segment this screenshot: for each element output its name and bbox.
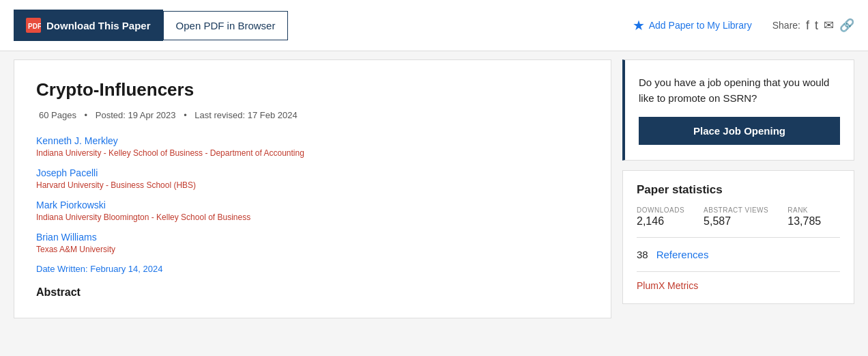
share-section: Share: f t ✉ 🔗 xyxy=(772,18,854,33)
meta-dot2: • xyxy=(184,110,189,120)
author-name-1[interactable]: Kenneth J. Merkley xyxy=(36,135,589,146)
pdf-icon: PDF xyxy=(26,18,41,33)
email-share-icon[interactable]: ✉ xyxy=(824,18,834,33)
author-affiliation-4: Texas A&M University xyxy=(36,245,589,254)
paper-meta: 60 Pages • Posted: 19 Apr 2023 • Last re… xyxy=(36,110,589,120)
facebook-share-icon[interactable]: f xyxy=(806,18,809,33)
author-3: Mark Piorkowski Indiana University Bloom… xyxy=(36,200,589,222)
author-1: Kenneth J. Merkley Indiana University - … xyxy=(36,135,589,158)
rank-value: 13,785 xyxy=(787,215,821,228)
author-affiliation-1: Indiana University - Kelley School of Bu… xyxy=(36,148,589,158)
link-share-icon[interactable]: 🔗 xyxy=(839,18,854,33)
date-written: Date Written: February 14, 2024 xyxy=(36,264,589,274)
references-link[interactable]: References xyxy=(656,249,709,260)
stats-divider-2 xyxy=(637,271,840,272)
downloads-label: DOWNLOADS xyxy=(637,206,684,214)
date-written-prefix: Date Written: xyxy=(36,264,90,274)
author-name-4[interactable]: Brian Williams xyxy=(36,232,589,243)
stats-title: Paper statistics xyxy=(637,183,840,197)
stats-row: DOWNLOADS 2,146 ABSTRACT VIEWS 5,587 RAN… xyxy=(637,206,840,228)
author-affiliation-3: Indiana University Bloomington - Kelley … xyxy=(36,213,589,222)
references-row: 38 References xyxy=(637,245,840,264)
star-icon: ★ xyxy=(633,17,645,33)
author-4: Brian Williams Texas A&M University xyxy=(36,232,589,254)
open-pdf-button[interactable]: Open PDF in Browser xyxy=(163,11,289,40)
author-name-2[interactable]: Joseph Pacelli xyxy=(36,167,589,178)
abstract-views-stat: ABSTRACT VIEWS 5,587 xyxy=(704,206,768,228)
posted-date: Posted: 19 Apr 2023 xyxy=(96,110,176,120)
right-panel: Do you have a job opening that you would… xyxy=(622,59,854,318)
paper-title: Crypto-Influencers xyxy=(36,79,589,100)
meta-dot1: • xyxy=(85,110,90,120)
job-opening-text: Do you have a job opening that you would… xyxy=(639,75,840,106)
abstract-views-value: 5,587 xyxy=(704,215,768,228)
place-job-button[interactable]: Place Job Opening xyxy=(639,117,840,145)
plumx-link[interactable]: PlumX Metrics xyxy=(637,280,698,291)
author-name-3[interactable]: Mark Piorkowski xyxy=(36,200,589,210)
plumx-section: PlumX Metrics xyxy=(637,280,840,291)
date-written-value: February 14, 2024 xyxy=(90,264,162,274)
stats-box: Paper statistics DOWNLOADS 2,146 ABSTRAC… xyxy=(622,170,854,304)
author-2: Joseph Pacelli Harvard University - Busi… xyxy=(36,167,589,190)
rank-stat: RANK 13,785 xyxy=(787,206,821,228)
author-affiliation-2: Harvard University - Business School (HB… xyxy=(36,180,589,190)
pages-count: 60 Pages xyxy=(39,110,76,120)
paper-panel: Crypto-Influencers 60 Pages • Posted: 19… xyxy=(14,59,611,318)
rank-label: RANK xyxy=(787,206,821,214)
svg-text:PDF: PDF xyxy=(28,23,41,30)
top-bar: PDF Download This Paper Open PDF in Brow… xyxy=(0,0,868,51)
main-content: Crypto-Influencers 60 Pages • Posted: 19… xyxy=(0,51,868,327)
add-library-link[interactable]: ★ Add Paper to My Library xyxy=(633,17,752,33)
download-button[interactable]: PDF Download This Paper xyxy=(14,10,163,41)
abstract-views-label: ABSTRACT VIEWS xyxy=(704,206,768,214)
revised-date: Last revised: 17 Feb 2024 xyxy=(194,110,297,120)
twitter-share-icon[interactable]: t xyxy=(815,18,818,33)
references-count: 38 xyxy=(637,249,648,260)
job-opening-box: Do you have a job opening that you would… xyxy=(622,59,854,161)
downloads-value: 2,146 xyxy=(637,215,684,228)
stats-divider xyxy=(637,237,840,238)
downloads-stat: DOWNLOADS 2,146 xyxy=(637,206,684,228)
abstract-heading: Abstract xyxy=(36,286,589,299)
